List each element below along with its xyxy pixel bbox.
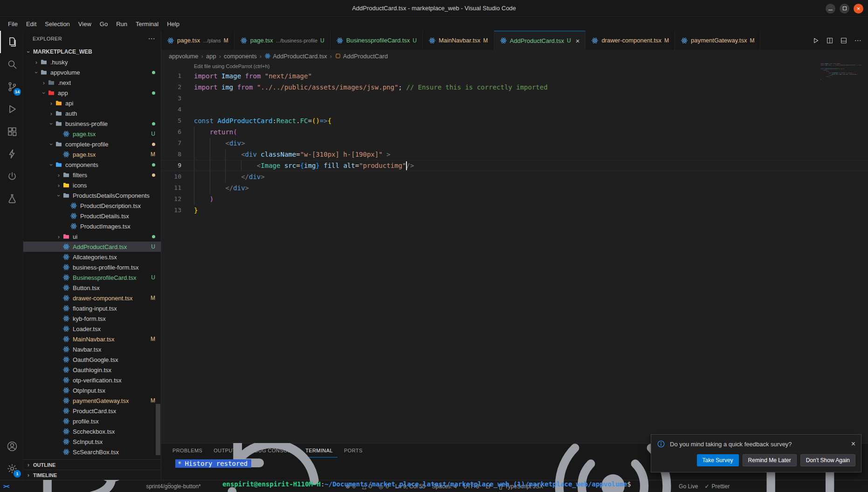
close-button[interactable]: × <box>854 4 863 14</box>
more-actions-button[interactable]: ⋯ <box>854 37 861 44</box>
code-line-7[interactable]: 7 <div> <box>161 138 868 149</box>
tree-folder-next[interactable]: ›.next <box>23 77 161 88</box>
tab-page-tsx-plans[interactable]: page.tsx.../plansM <box>161 31 234 50</box>
menu-go[interactable]: Go <box>96 17 112 31</box>
tree-file-sccheckbox-tsx[interactable]: Sccheckbox.tsx <box>23 426 161 437</box>
tree-file-paymentgateway-tsx[interactable]: paymentGateway.tsxM <box>23 395 161 406</box>
take-survey-button[interactable]: Take Survey <box>697 454 739 466</box>
more-actions-icon[interactable]: ⋯ <box>148 35 155 43</box>
code-line-12[interactable]: 12 ) <box>161 194 868 205</box>
code-line-11[interactable]: 11 </div> <box>161 182 868 194</box>
tree-file-business-profile-form-tsx[interactable]: business-profile-form.tsx <box>23 262 161 272</box>
tree-file-oauthgoogle-tsx[interactable]: OauthGoogle.tsx <box>23 354 161 365</box>
panel-tab-ports[interactable]: PORTS <box>339 443 367 457</box>
menu-selection[interactable]: Selection <box>41 17 74 31</box>
code-editor[interactable]: Edit file using CodeParrot (ctrl+h) 1imp… <box>161 62 868 443</box>
breadcrumb-app[interactable]: app <box>206 53 216 60</box>
tree-file-productcard-tsx[interactable]: ProductCard.tsx <box>23 406 161 416</box>
breadcrumb-components[interactable]: components <box>224 53 257 60</box>
tab-businessprofilecard-tsx[interactable]: BusinessprofileCard.tsxU <box>331 31 423 50</box>
activity-accounts[interactable] <box>0 435 23 457</box>
tree-file-page-tsx[interactable]: page.tsxU <box>23 129 161 139</box>
tree-folder-app[interactable]: ›app <box>23 88 161 98</box>
tree-file-mainnavbar-tsx[interactable]: MainNavbar.tsxM <box>23 334 161 344</box>
tree-folder-productsdetailscomponents[interactable]: ›ProductsDetailsComponents <box>23 190 161 201</box>
tree-file-navbar-tsx[interactable]: Navbar.tsx <box>23 344 161 354</box>
remind-me-later-button[interactable]: Remind Me Later <box>743 454 797 466</box>
project-root-row[interactable]: › MARKETPLACE_WEB <box>23 47 161 57</box>
tab-addproductcard-tsx[interactable]: AddProductCard.tsxU× <box>494 31 586 50</box>
close-icon[interactable]: × <box>576 37 580 45</box>
split-editor-button[interactable] <box>826 37 834 44</box>
code-line-10[interactable]: 10 </div> <box>161 171 868 182</box>
minimize-button[interactable] <box>826 4 835 14</box>
tree-file-drawer-component-tsx[interactable]: drawer-component.tsxM <box>23 293 161 303</box>
tree-file-allcategories-tsx[interactable]: Allcategories.tsx <box>23 252 161 262</box>
tree-folder-icons[interactable]: ›icons <box>23 180 161 190</box>
tree-folder-complete-profile[interactable]: ›complete-profile <box>23 139 161 149</box>
maximize-button[interactable] <box>840 4 849 14</box>
tree-file-button-tsx[interactable]: Button.tsx <box>23 283 161 293</box>
activity-manage[interactable]: 1 <box>0 457 23 480</box>
remote-indicator[interactable]: >< <box>0 480 12 492</box>
tree-folder-ui[interactable]: ›ui <box>23 231 161 242</box>
activity-power-tool[interactable] <box>0 165 23 187</box>
activity-testing[interactable] <box>0 187 23 210</box>
code-line-4[interactable]: 4 <box>161 104 868 115</box>
menu-file[interactable]: File <box>4 17 22 31</box>
tab-drawer-component-tsx[interactable]: drawer-component.tsxM <box>586 31 675 50</box>
tree-file-profile-tsx[interactable]: profile.tsx <box>23 416 161 426</box>
prettier[interactable]: ✓Prettier <box>701 480 733 492</box>
activity-extensions[interactable] <box>0 120 23 143</box>
breadcrumb-appvolume[interactable]: appvolume <box>169 53 199 60</box>
menu-terminal[interactable]: Terminal <box>131 17 163 31</box>
breadcrumb-addproductcard-tsx[interactable]: AddProductCard.tsx <box>264 53 327 60</box>
tree-folder-business-profile[interactable]: ›business-profile <box>23 118 161 129</box>
code-line-9[interactable]: 9 <Image src={img} fill alt="productimg"… <box>161 160 868 171</box>
tree-file-loader-tsx[interactable]: Loader.tsx <box>23 324 161 334</box>
breadcrumb-addproductcard[interactable]: AddProductCard <box>335 53 388 60</box>
tree-file-productdetails-tsx[interactable]: ProductDetails.tsx <box>23 211 161 221</box>
tab-paymentgateway-tsx[interactable]: paymentGateway.tsxM <box>675 31 760 50</box>
tree-file-floating-input-tsx[interactable]: floating-input.tsx <box>23 303 161 313</box>
tree-file-businessprofilecard-tsx[interactable]: BusinessprofileCard.tsxU <box>23 272 161 283</box>
layout-button[interactable] <box>840 37 847 44</box>
activity-source-control[interactable]: 14 <box>0 76 23 98</box>
tree-file-oauthlogin-tsx[interactable]: Oauthlogin.tsx <box>23 365 161 375</box>
tree-folder-filters[interactable]: ›filters <box>23 170 161 180</box>
timeline-section[interactable]: › TIMELINE <box>23 470 161 480</box>
tree-folder-appvolume[interactable]: ›appvolume <box>23 67 161 77</box>
menu-edit[interactable]: Edit <box>22 17 41 31</box>
code-line-5[interactable]: 5const AddProductCard:React.FC=()=>{ <box>161 115 868 126</box>
run-button[interactable] <box>812 37 820 44</box>
tree-folder-components[interactable]: ›components <box>23 159 161 170</box>
activity-explorer[interactable] <box>0 31 23 53</box>
dont-show-again-button[interactable]: Don't Show Again <box>800 454 855 466</box>
panel-tab-problems[interactable]: PROBLEMS <box>168 443 207 457</box>
activity-search[interactable] <box>0 53 23 76</box>
tree-file-kyb-form-tsx[interactable]: kyb-form.tsx <box>23 313 161 324</box>
tree-file-productimages-tsx[interactable]: ProductImages.tsx <box>23 221 161 231</box>
tree-file-otp-verification-tsx[interactable]: otp-verification.tsx <box>23 375 161 385</box>
tab-page-tsx-business-profile[interactable]: page.tsx.../business-profileU <box>234 31 331 50</box>
code-line-1[interactable]: 1import Image from "next/image" <box>161 70 868 82</box>
tree-file-otpinput-tsx[interactable]: OtpInput.tsx <box>23 385 161 395</box>
menu-view[interactable]: View <box>74 17 96 31</box>
code-line-6[interactable]: 6 return( <box>161 126 868 138</box>
tree-folder-husky[interactable]: ›.husky <box>23 57 161 67</box>
tree-folder-auth[interactable]: ›auth <box>23 108 161 118</box>
tree-file-productdescription-tsx[interactable]: ProductDescription.tsx <box>23 201 161 211</box>
code-line-13[interactable]: 13} <box>161 205 868 216</box>
minimap[interactable]: import Image from "next/image"import img… <box>820 63 861 124</box>
menu-help[interactable]: Help <box>163 17 184 31</box>
outline-section[interactable]: › OUTLINE <box>23 459 161 470</box>
tree-file-scsearchbox-tsx[interactable]: ScSearchBox.tsx <box>23 447 161 457</box>
sidebar-scrollbar[interactable] <box>156 404 160 455</box>
menu-run[interactable]: Run <box>112 17 131 31</box>
code-line-2[interactable]: 2import img from "../../public/assets/im… <box>161 82 868 93</box>
code-line-3[interactable]: 3 <box>161 93 868 104</box>
notifications-bell[interactable] <box>733 480 868 492</box>
code-line-8[interactable]: 8 <div className="w-[310px] h-[190px]" > <box>161 149 868 160</box>
tree-folder-api[interactable]: ›api <box>23 98 161 108</box>
tree-file-scinput-tsx[interactable]: ScInput.tsx <box>23 437 161 447</box>
